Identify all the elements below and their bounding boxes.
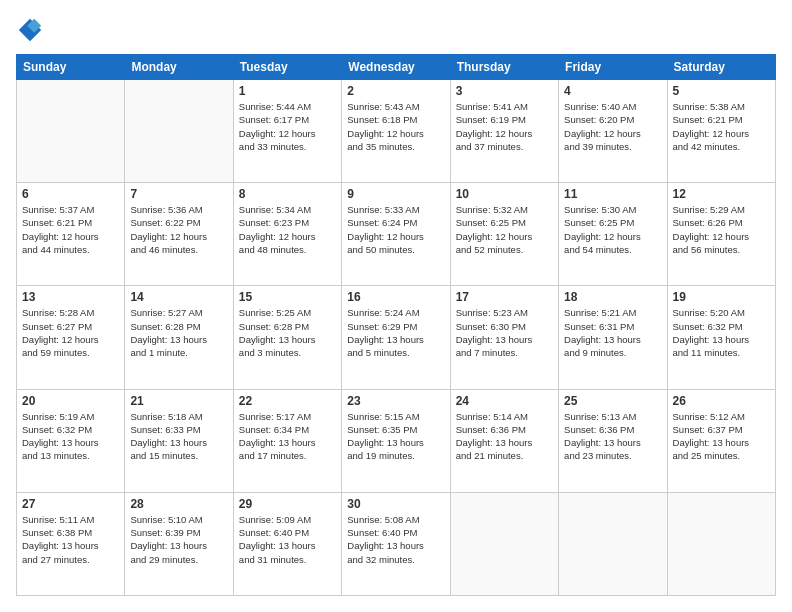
day-number: 22 (239, 394, 336, 408)
day-number: 10 (456, 187, 553, 201)
calendar-cell: 4Sunrise: 5:40 AM Sunset: 6:20 PM Daylig… (559, 80, 667, 183)
day-info: Sunrise: 5:14 AM Sunset: 6:36 PM Dayligh… (456, 410, 553, 463)
calendar-cell: 16Sunrise: 5:24 AM Sunset: 6:29 PM Dayli… (342, 286, 450, 389)
day-info: Sunrise: 5:40 AM Sunset: 6:20 PM Dayligh… (564, 100, 661, 153)
day-number: 8 (239, 187, 336, 201)
day-info: Sunrise: 5:20 AM Sunset: 6:32 PM Dayligh… (673, 306, 770, 359)
calendar-cell: 25Sunrise: 5:13 AM Sunset: 6:36 PM Dayli… (559, 389, 667, 492)
calendar-header-tuesday: Tuesday (233, 55, 341, 80)
day-number: 26 (673, 394, 770, 408)
calendar-cell: 8Sunrise: 5:34 AM Sunset: 6:23 PM Daylig… (233, 183, 341, 286)
day-number: 13 (22, 290, 119, 304)
calendar-cell: 18Sunrise: 5:21 AM Sunset: 6:31 PM Dayli… (559, 286, 667, 389)
calendar-cell: 9Sunrise: 5:33 AM Sunset: 6:24 PM Daylig… (342, 183, 450, 286)
calendar-cell: 19Sunrise: 5:20 AM Sunset: 6:32 PM Dayli… (667, 286, 775, 389)
day-number: 2 (347, 84, 444, 98)
calendar-cell: 14Sunrise: 5:27 AM Sunset: 6:28 PM Dayli… (125, 286, 233, 389)
day-info: Sunrise: 5:37 AM Sunset: 6:21 PM Dayligh… (22, 203, 119, 256)
calendar-cell: 13Sunrise: 5:28 AM Sunset: 6:27 PM Dayli… (17, 286, 125, 389)
day-info: Sunrise: 5:13 AM Sunset: 6:36 PM Dayligh… (564, 410, 661, 463)
day-number: 27 (22, 497, 119, 511)
calendar-cell: 26Sunrise: 5:12 AM Sunset: 6:37 PM Dayli… (667, 389, 775, 492)
day-number: 19 (673, 290, 770, 304)
calendar-header-wednesday: Wednesday (342, 55, 450, 80)
calendar-header-saturday: Saturday (667, 55, 775, 80)
day-number: 16 (347, 290, 444, 304)
day-info: Sunrise: 5:34 AM Sunset: 6:23 PM Dayligh… (239, 203, 336, 256)
day-info: Sunrise: 5:17 AM Sunset: 6:34 PM Dayligh… (239, 410, 336, 463)
calendar-cell: 3Sunrise: 5:41 AM Sunset: 6:19 PM Daylig… (450, 80, 558, 183)
day-number: 15 (239, 290, 336, 304)
day-number: 7 (130, 187, 227, 201)
day-info: Sunrise: 5:08 AM Sunset: 6:40 PM Dayligh… (347, 513, 444, 566)
day-info: Sunrise: 5:09 AM Sunset: 6:40 PM Dayligh… (239, 513, 336, 566)
calendar-cell: 2Sunrise: 5:43 AM Sunset: 6:18 PM Daylig… (342, 80, 450, 183)
day-info: Sunrise: 5:32 AM Sunset: 6:25 PM Dayligh… (456, 203, 553, 256)
day-number: 11 (564, 187, 661, 201)
calendar-cell: 15Sunrise: 5:25 AM Sunset: 6:28 PM Dayli… (233, 286, 341, 389)
day-info: Sunrise: 5:44 AM Sunset: 6:17 PM Dayligh… (239, 100, 336, 153)
calendar-week-3: 13Sunrise: 5:28 AM Sunset: 6:27 PM Dayli… (17, 286, 776, 389)
day-number: 12 (673, 187, 770, 201)
day-number: 23 (347, 394, 444, 408)
calendar-week-2: 6Sunrise: 5:37 AM Sunset: 6:21 PM Daylig… (17, 183, 776, 286)
logo (16, 16, 48, 44)
calendar-header-row: SundayMondayTuesdayWednesdayThursdayFrid… (17, 55, 776, 80)
calendar-week-1: 1Sunrise: 5:44 AM Sunset: 6:17 PM Daylig… (17, 80, 776, 183)
calendar-cell: 20Sunrise: 5:19 AM Sunset: 6:32 PM Dayli… (17, 389, 125, 492)
header (16, 16, 776, 44)
day-number: 9 (347, 187, 444, 201)
day-info: Sunrise: 5:15 AM Sunset: 6:35 PM Dayligh… (347, 410, 444, 463)
calendar-cell: 10Sunrise: 5:32 AM Sunset: 6:25 PM Dayli… (450, 183, 558, 286)
logo-icon (16, 16, 44, 44)
day-info: Sunrise: 5:21 AM Sunset: 6:31 PM Dayligh… (564, 306, 661, 359)
day-info: Sunrise: 5:18 AM Sunset: 6:33 PM Dayligh… (130, 410, 227, 463)
day-number: 29 (239, 497, 336, 511)
calendar-header-friday: Friday (559, 55, 667, 80)
day-number: 30 (347, 497, 444, 511)
calendar-cell: 11Sunrise: 5:30 AM Sunset: 6:25 PM Dayli… (559, 183, 667, 286)
calendar-header-sunday: Sunday (17, 55, 125, 80)
day-number: 5 (673, 84, 770, 98)
svg-marker-0 (19, 19, 41, 41)
day-number: 18 (564, 290, 661, 304)
day-number: 1 (239, 84, 336, 98)
calendar-cell: 29Sunrise: 5:09 AM Sunset: 6:40 PM Dayli… (233, 492, 341, 595)
calendar-cell: 24Sunrise: 5:14 AM Sunset: 6:36 PM Dayli… (450, 389, 558, 492)
calendar-cell: 7Sunrise: 5:36 AM Sunset: 6:22 PM Daylig… (125, 183, 233, 286)
calendar-cell: 28Sunrise: 5:10 AM Sunset: 6:39 PM Dayli… (125, 492, 233, 595)
calendar-header-monday: Monday (125, 55, 233, 80)
calendar-cell: 27Sunrise: 5:11 AM Sunset: 6:38 PM Dayli… (17, 492, 125, 595)
day-number: 14 (130, 290, 227, 304)
calendar-week-4: 20Sunrise: 5:19 AM Sunset: 6:32 PM Dayli… (17, 389, 776, 492)
day-number: 25 (564, 394, 661, 408)
day-info: Sunrise: 5:27 AM Sunset: 6:28 PM Dayligh… (130, 306, 227, 359)
day-number: 28 (130, 497, 227, 511)
day-info: Sunrise: 5:28 AM Sunset: 6:27 PM Dayligh… (22, 306, 119, 359)
day-number: 20 (22, 394, 119, 408)
calendar-cell (667, 492, 775, 595)
calendar-cell (450, 492, 558, 595)
day-info: Sunrise: 5:23 AM Sunset: 6:30 PM Dayligh… (456, 306, 553, 359)
day-info: Sunrise: 5:36 AM Sunset: 6:22 PM Dayligh… (130, 203, 227, 256)
day-info: Sunrise: 5:30 AM Sunset: 6:25 PM Dayligh… (564, 203, 661, 256)
calendar-cell: 17Sunrise: 5:23 AM Sunset: 6:30 PM Dayli… (450, 286, 558, 389)
day-info: Sunrise: 5:24 AM Sunset: 6:29 PM Dayligh… (347, 306, 444, 359)
day-info: Sunrise: 5:43 AM Sunset: 6:18 PM Dayligh… (347, 100, 444, 153)
day-number: 21 (130, 394, 227, 408)
day-info: Sunrise: 5:12 AM Sunset: 6:37 PM Dayligh… (673, 410, 770, 463)
calendar-cell: 30Sunrise: 5:08 AM Sunset: 6:40 PM Dayli… (342, 492, 450, 595)
day-info: Sunrise: 5:38 AM Sunset: 6:21 PM Dayligh… (673, 100, 770, 153)
day-number: 4 (564, 84, 661, 98)
day-number: 24 (456, 394, 553, 408)
calendar-cell: 21Sunrise: 5:18 AM Sunset: 6:33 PM Dayli… (125, 389, 233, 492)
day-info: Sunrise: 5:33 AM Sunset: 6:24 PM Dayligh… (347, 203, 444, 256)
day-number: 3 (456, 84, 553, 98)
calendar-cell (17, 80, 125, 183)
day-number: 6 (22, 187, 119, 201)
day-info: Sunrise: 5:10 AM Sunset: 6:39 PM Dayligh… (130, 513, 227, 566)
day-info: Sunrise: 5:19 AM Sunset: 6:32 PM Dayligh… (22, 410, 119, 463)
page: SundayMondayTuesdayWednesdayThursdayFrid… (0, 0, 792, 612)
day-info: Sunrise: 5:25 AM Sunset: 6:28 PM Dayligh… (239, 306, 336, 359)
day-info: Sunrise: 5:11 AM Sunset: 6:38 PM Dayligh… (22, 513, 119, 566)
